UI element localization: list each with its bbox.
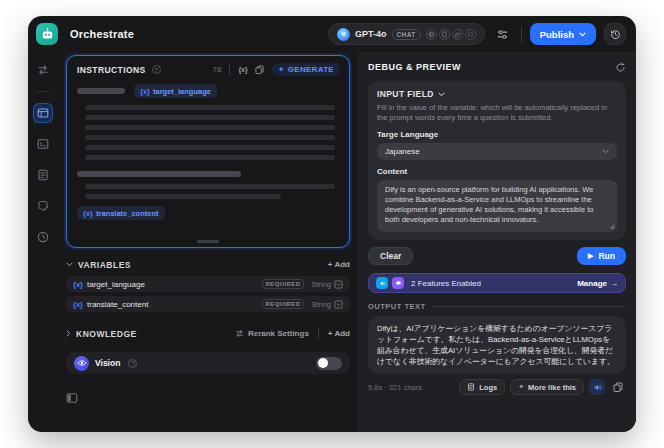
arrow-right-icon: → [610,279,618,288]
more-like-this-label: More like this [528,383,576,392]
insert-variable-icon[interactable]: {x} [238,66,247,73]
variable-type: String [311,300,331,309]
redacted-text-line [85,155,335,160]
text-to-speech-icon[interactable] [589,379,605,395]
version-history-icon[interactable] [604,23,626,45]
topbar-divider [521,27,522,42]
redacted-text-line [85,184,335,189]
orchestrate-panel: INSTRUCTIONS ? 78 {x} ✦ GENERATE [58,52,358,432]
logs-icon [467,383,475,391]
vision-label: Vision [95,358,120,368]
knowledge-header[interactable]: KNOWLEDGE Rerank Settings + Add [66,326,350,341]
rail-monitoring-tab[interactable] [33,227,53,247]
debug-header: DEBUG & PREVIEW [368,60,626,74]
string-type-icon [334,280,343,289]
publish-label: Publish [540,29,574,40]
run-label: Run [598,251,615,261]
redacted-text-line [85,194,281,199]
variable-row-translate-content[interactable]: {x} translate_content REQUIRED String [66,296,350,312]
model-mode-badge: CHAT [392,29,421,40]
knowledge-head-divider [318,329,319,339]
logs-button[interactable]: Logs [459,379,505,395]
target-language-value: Japanese [385,147,602,156]
input-field-header[interactable]: INPUT FIELD [377,89,617,99]
manage-features-button[interactable]: Manage → [577,279,618,288]
model-provider-icon [337,28,350,41]
sparkle-icon: ✦ [278,65,285,74]
clear-label: Clear [380,251,401,261]
output-meta-row: 5.8s · 321 chars Logs ✦ More like this [368,379,626,395]
generate-button[interactable]: ✦ GENERATE [272,63,340,76]
manage-label: Manage [577,279,607,288]
variable-token: {x} [83,209,93,218]
instructions-editor[interactable]: INSTRUCTIONS ? 78 {x} ✦ GENERATE [66,55,350,248]
feature-icon-purple [392,277,404,289]
string-type-icon [334,300,343,309]
prompt-swap-icon[interactable] [33,60,53,80]
redacted-text-line [85,135,335,140]
run-button[interactable]: ▶ Run [577,247,626,265]
content-textarea[interactable]: Dify is an open-source platform for buil… [377,180,617,232]
model-capability-icons [426,29,476,40]
vision-feature-row: Vision ? [66,352,350,374]
model-selector[interactable]: GPT-4o CHAT [328,23,485,45]
variable-token: {x} [73,280,83,289]
app-robot-icon[interactable] [36,23,58,45]
publish-button[interactable]: Publish [530,23,596,45]
variable-name: target_language [87,280,145,289]
prompt-line: {x} target_language [77,84,339,98]
features-enabled-bar[interactable]: 2 Features Enabled Manage → [368,273,626,293]
required-badge: REQUIRED [262,299,305,309]
vision-toggle[interactable] [316,357,342,370]
variable-row-target-language[interactable]: {x} target_language REQUIRED String [66,276,350,292]
instructions-help-icon[interactable]: ? [152,65,161,74]
chevron-down-icon [438,92,445,97]
variable-tag-target-language[interactable]: {x} target_language [134,84,217,98]
add-variable-button[interactable]: + Add [328,260,350,269]
chevron-down-icon [579,32,586,37]
variable-token: {x} [73,300,83,309]
copy-output-icon[interactable] [610,379,626,395]
resize-handle-icon[interactable]: ◢ [609,221,614,231]
instructions-title: INSTRUCTIONS [77,65,146,75]
variable-tag-translate-content[interactable]: {x} translate_content [77,206,165,220]
rail-orchestrate-tab[interactable] [33,103,53,123]
knowledge-title: KNOWLEDGE [76,329,137,339]
variables-header[interactable]: VARIABLES + Add [66,257,350,272]
redacted-text-line [85,105,335,110]
capability-attachment-icon [452,29,463,40]
rerank-settings-button[interactable]: Rerank Settings [235,329,309,338]
variable-name: translate_content [96,209,159,218]
restart-icon[interactable] [615,62,626,73]
capability-document-icon [439,29,450,40]
resize-drag-handle[interactable] [197,240,219,243]
required-badge: REQUIRED [262,279,305,289]
copy-icon[interactable] [255,65,264,74]
top-bar: Orchestrate GPT-4o CHAT P [28,16,636,52]
rail-divider [36,91,50,92]
features-enabled-text: 2 Features Enabled [411,279,481,288]
chevron-right-icon [66,330,71,337]
eye-icon [74,356,89,371]
redacted-text-line [85,145,335,150]
model-tune-icon[interactable] [493,24,513,44]
vision-help-icon[interactable]: ? [128,359,137,368]
input-field-description: Fill in the value of the variable, which… [377,103,617,123]
page-title: Orchestrate [70,28,134,40]
variable-type: String [311,280,331,289]
clear-button[interactable]: Clear [368,247,413,265]
rail-logs-tab[interactable] [33,165,53,185]
more-like-this-button[interactable]: ✦ More like this [510,379,584,395]
toggle-knob [318,358,328,368]
redacted-text-line [77,171,241,177]
target-language-select[interactable]: Japanese [377,143,617,160]
redacted-text-line [77,88,125,94]
instructions-head-divider [229,65,230,75]
rail-annotation-tab[interactable] [33,196,53,216]
rail-preview-tab[interactable] [33,134,53,154]
rerank-settings-label: Rerank Settings [248,329,309,338]
add-knowledge-button[interactable]: + Add [328,329,350,338]
app-window: Orchestrate GPT-4o CHAT P [28,16,636,432]
instructions-body[interactable]: {x} target_language {x} [67,80,349,220]
feature-icon-blue [376,277,388,289]
